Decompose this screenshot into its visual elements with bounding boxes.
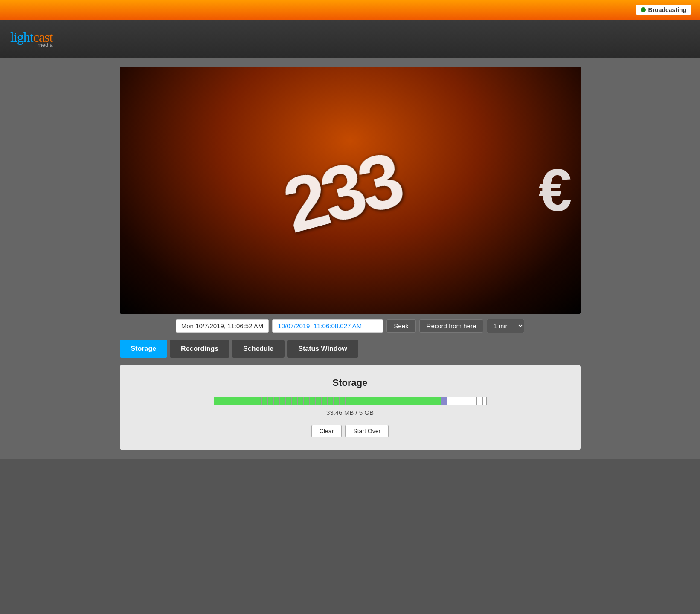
broadcasting-badge: Broadcasting <box>636 5 691 15</box>
storage-bar-segment-green <box>363 397 369 405</box>
datetime-input[interactable] <box>272 319 383 333</box>
storage-bar-segment-green <box>411 397 417 405</box>
storage-bar-segment-green <box>310 397 316 405</box>
storage-bar-segment-green <box>238 397 244 405</box>
storage-bar-segment-green <box>298 397 304 405</box>
datetime-display: Mon 10/7/2019, 11:06:52 AM <box>176 319 269 333</box>
storage-bar-segment-green <box>423 397 429 405</box>
storage-bar-segment-green <box>262 397 268 405</box>
start-over-button[interactable]: Start Over <box>345 425 389 437</box>
storage-bar-segment-empty <box>465 397 471 405</box>
storage-bar-segment-green <box>375 397 381 405</box>
tabs-row: Storage Recordings Schedule Status Windo… <box>120 340 581 358</box>
storage-bar-segment-green <box>220 397 226 405</box>
storage-bar-segment-empty <box>477 397 483 405</box>
tab-recordings[interactable]: Recordings <box>170 340 229 358</box>
storage-bar-segment-empty <box>483 397 487 405</box>
storage-bar-segment-green <box>369 397 375 405</box>
storage-bar-segment-green <box>357 397 363 405</box>
seek-button[interactable]: Seek <box>386 319 415 333</box>
storage-info: 33.46 MB / 5 GB <box>137 409 563 416</box>
storage-panel: Storage 33.46 MB / 5 GB Clear Start Over <box>120 365 581 450</box>
tab-schedule[interactable]: Schedule <box>232 340 285 358</box>
storage-bar-segment-green <box>328 397 334 405</box>
status-dot <box>641 7 646 12</box>
video-display-numbers: 233 <box>275 135 409 250</box>
logo-media-text: media <box>10 42 52 48</box>
storage-bar-segment-green <box>405 397 411 405</box>
storage-bar-segment-empty <box>453 397 459 405</box>
storage-bar-segment-green <box>417 397 423 405</box>
tab-storage[interactable]: Storage <box>120 340 168 358</box>
storage-title: Storage <box>137 377 563 388</box>
broadcasting-label: Broadcasting <box>648 6 686 13</box>
tab-status-window[interactable]: Status Window <box>287 340 358 358</box>
storage-bar-segment-green <box>387 397 393 405</box>
storage-bar-segment-green <box>346 397 351 405</box>
storage-bar-segment-green <box>232 397 238 405</box>
storage-bar-segment-green <box>226 397 232 405</box>
duration-select[interactable]: 1 min 5 min 10 min 30 min 1 hour <box>487 319 524 333</box>
storage-bar-segment-green <box>214 397 220 405</box>
video-frame: 233 € <box>120 67 581 314</box>
storage-bar <box>214 397 487 405</box>
main-content: 233 € Mon 10/7/2019, 11:06:52 AM Seek Re… <box>0 58 700 459</box>
storage-bar-segment-green <box>316 397 322 405</box>
video-container: 233 € <box>120 67 581 314</box>
storage-bar-segment-green <box>351 397 357 405</box>
video-display-partial: € <box>539 156 572 225</box>
storage-bar-segment-green <box>244 397 250 405</box>
top-bar: Broadcasting <box>0 0 700 20</box>
storage-bar-segment-green <box>268 397 274 405</box>
storage-bar-segment-green <box>304 397 310 405</box>
storage-bar-segment-green <box>393 397 399 405</box>
storage-bar-segment-green <box>399 397 405 405</box>
storage-bar-segment-green <box>340 397 346 405</box>
storage-bar-segment-blue <box>441 397 447 405</box>
header: light cast media <box>0 20 700 58</box>
storage-bar-segment-green <box>435 397 441 405</box>
storage-bar-segment-green <box>292 397 298 405</box>
clear-button[interactable]: Clear <box>311 425 342 437</box>
storage-bar-segment-empty <box>471 397 477 405</box>
record-button[interactable]: Record from here <box>419 319 484 333</box>
storage-bar-segment-green <box>322 397 328 405</box>
storage-bar-segment-green <box>286 397 292 405</box>
storage-bar-segment-green <box>280 397 286 405</box>
storage-bar-segment-green <box>381 397 387 405</box>
storage-buttons: Clear Start Over <box>137 425 563 437</box>
storage-bar-segment-green <box>256 397 262 405</box>
storage-bar-segment-green <box>334 397 340 405</box>
storage-bar-segment-empty <box>459 397 465 405</box>
storage-bar-segment-empty <box>447 397 453 405</box>
storage-bar-segment-green <box>429 397 435 405</box>
controls-row: Mon 10/7/2019, 11:06:52 AM Seek Record f… <box>120 319 581 333</box>
logo: light cast media <box>10 30 52 48</box>
storage-bar-segment-green <box>250 397 256 405</box>
storage-bar-segment-green <box>274 397 280 405</box>
